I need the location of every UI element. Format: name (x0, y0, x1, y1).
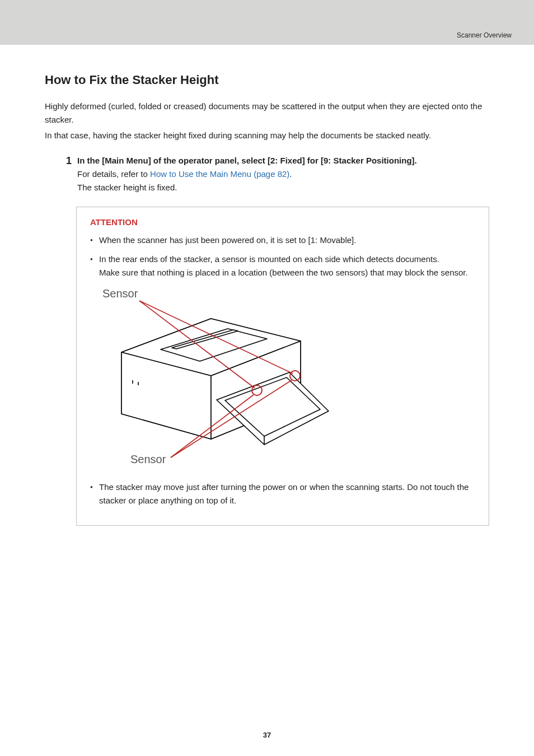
step-1: 1 In the [Main Menu] of the operator pan… (59, 155, 489, 526)
page-number: 37 (0, 731, 534, 739)
attention-box: ATTENTION When the scanner has just been… (76, 207, 489, 526)
diagram-label-top: Sensor (102, 287, 138, 300)
step-number: 1 (59, 155, 72, 167)
intro-text: Highly deformed (curled, folded or creas… (45, 100, 489, 142)
attention-item-3: The stacker may move just after turning … (90, 480, 475, 507)
attention-title: ATTENTION (90, 217, 475, 227)
intro-paragraph-1: Highly deformed (curled, folded or creas… (45, 100, 489, 127)
header-band (0, 0, 534, 45)
intro-paragraph-2: In that case, having the stacker height … (45, 129, 489, 142)
page: Scanner Overview How to Fix the Stacker … (0, 0, 534, 756)
detail-suffix: . (289, 169, 292, 179)
main-menu-link[interactable]: How to Use the Main Menu (page 82) (150, 169, 289, 179)
diagram-label-bottom: Sensor (130, 453, 166, 465)
step-result: The stacker height is fixed. (77, 181, 489, 194)
content-area: How to Fix the Stacker Height Highly def… (0, 45, 534, 526)
attention-item-2b: Make sure that nothing is placed in a lo… (99, 266, 475, 279)
breadcrumb: Scanner Overview (457, 31, 512, 39)
sensor-diagram: Sensor (99, 285, 475, 474)
step-body: In the [Main Menu] of the operator panel… (77, 155, 489, 526)
section-heading: How to Fix the Stacker Height (45, 73, 489, 87)
attention-item-1: When the scanner has just been powered o… (90, 234, 475, 247)
attention-item-2: In the rear ends of the stacker, a senso… (90, 253, 475, 474)
step-instruction: In the [Main Menu] of the operator panel… (77, 155, 489, 167)
detail-prefix: For details, refer to (77, 169, 150, 179)
attention-item-2a: In the rear ends of the stacker, a senso… (99, 254, 439, 264)
step-detail: For details, refer to How to Use the Mai… (77, 167, 489, 181)
attention-list: When the scanner has just been powered o… (90, 234, 475, 507)
